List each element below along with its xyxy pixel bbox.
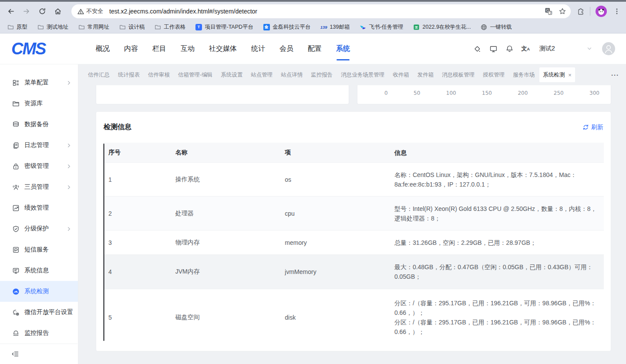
mail-139-icon: 139 bbox=[320, 23, 327, 30]
clear-cache-diamond-icon[interactable] bbox=[473, 45, 481, 53]
tab-inbox[interactable]: 收件箱 bbox=[389, 67, 413, 82]
nav-config[interactable]: 配置 bbox=[308, 42, 322, 56]
sidebar-item-resource-library[interactable]: 资源库 bbox=[0, 93, 78, 114]
browser-profile-avatar[interactable] bbox=[596, 6, 607, 17]
tab-message-template[interactable]: 消息模板管理 bbox=[438, 67, 478, 82]
detection-info-card: 检测信息 刷新 序号 名称 项 信息 1 操作系统 os 名称：CentOS L bbox=[96, 111, 611, 351]
sidebar-item-monitor-report[interactable]: 监控报告 bbox=[0, 323, 78, 344]
detection-table: 序号 名称 项 信息 1 操作系统 os 名称：CentOS Linux，架构：… bbox=[103, 143, 604, 346]
bookmark-folder[interactable]: 测试地址 bbox=[37, 23, 68, 31]
more-tabs-icon[interactable]: ··· bbox=[611, 71, 619, 79]
tab-service-market[interactable]: 服务市场 bbox=[509, 67, 538, 82]
table-scrollbar[interactable] bbox=[103, 144, 104, 341]
chart-card-right-clipped: 0 50 100 150 200 250 300 bbox=[357, 85, 611, 104]
card-header: 检测信息 刷新 bbox=[96, 112, 611, 143]
forward-icon[interactable] bbox=[23, 7, 30, 15]
users-icon bbox=[12, 184, 20, 191]
axis-tick: 250 bbox=[554, 90, 564, 96]
tab-site-management[interactable]: 站点管理 bbox=[247, 67, 276, 82]
tab-letter-summary[interactable]: 信件汇总 bbox=[84, 67, 113, 82]
svg-text:文: 文 bbox=[549, 11, 552, 14]
bookmark-globe[interactable]: 一键转载 bbox=[481, 23, 512, 31]
tab-site-details[interactable]: 站点详情 bbox=[277, 67, 306, 82]
chevron-right-icon bbox=[66, 164, 72, 169]
address-bar[interactable]: 不安全 test.x2.jeecms.com/admin/index.html#… bbox=[71, 4, 571, 18]
gauge-icon bbox=[12, 288, 20, 295]
sidebar-item-log-management[interactable]: 日志管理 bbox=[0, 135, 78, 156]
chevron-right-icon bbox=[66, 184, 72, 190]
bookmark-folder[interactable]: 工作表格 bbox=[155, 23, 186, 31]
sidebar-item-system-info[interactable]: 系统信息 bbox=[0, 260, 78, 281]
nav-system[interactable]: 系统 bbox=[336, 42, 350, 56]
reload-icon[interactable] bbox=[38, 7, 46, 15]
tapd-icon: T bbox=[195, 23, 202, 30]
bookmark-jinlei[interactable]: 金金磊科技云平台 bbox=[263, 23, 311, 31]
bookmark-folder[interactable]: 设计稿 bbox=[119, 23, 145, 31]
extensions-puzzle-icon[interactable] bbox=[577, 7, 585, 15]
tab-letter-review[interactable]: 信件审核 bbox=[145, 67, 173, 82]
col-header-info: 信息 bbox=[389, 143, 604, 162]
tab-authorization[interactable]: 授权管理 bbox=[479, 67, 508, 82]
feishu-icon bbox=[359, 23, 366, 30]
home-icon[interactable] bbox=[54, 7, 62, 15]
nav-overview[interactable]: 概况 bbox=[96, 42, 110, 56]
chevron-down-icon bbox=[586, 46, 592, 52]
bookmark-folder[interactable]: 常用网址 bbox=[78, 23, 109, 31]
folder-icon bbox=[7, 23, 14, 30]
spreadsheet-icon bbox=[413, 23, 420, 30]
tab-mailbox-edit[interactable]: 信箱管理-编辑 bbox=[175, 67, 216, 82]
current-site-name: 测试2 bbox=[539, 45, 555, 53]
folder-icon bbox=[37, 23, 44, 30]
bookmark-star-icon[interactable] bbox=[559, 7, 566, 15]
tab-system-detection[interactable]: 系统检测× bbox=[539, 67, 575, 82]
tab-outbox[interactable]: 发件箱 bbox=[414, 67, 438, 82]
sidebar-item-security-level[interactable]: 密级管理 bbox=[0, 156, 78, 177]
nav-columns[interactable]: 栏目 bbox=[152, 42, 166, 56]
site-select[interactable]: 测试2 bbox=[539, 45, 592, 53]
tab-statistics-report[interactable]: 统计报表 bbox=[114, 67, 143, 82]
table-row-cpu: 2 处理器 cpu 型号：Intel(R) Xeon(R) Gold 6133 … bbox=[103, 196, 604, 230]
bookmark-139-mail[interactable]: 139139邮箱 bbox=[320, 23, 350, 31]
browser-toolbar: 不安全 test.x2.jeecms.com/admin/index.html#… bbox=[0, 2, 626, 21]
collapse-sidebar-icon[interactable] bbox=[11, 350, 19, 358]
main-nav: 概况 内容 栏目 互动 社交媒体 统计 会员 配置 系统 bbox=[96, 42, 350, 56]
language-translate-icon[interactable]: 文A bbox=[522, 45, 530, 53]
sidebar-item-wechat-platform[interactable]: 微信开放平台设置 bbox=[0, 302, 78, 323]
sidebar-item-performance[interactable]: 绩效管理 bbox=[0, 197, 78, 218]
tab-system-settings[interactable]: 系统设置 bbox=[217, 67, 246, 82]
sidebar-item-system-detection[interactable]: 系统检测 bbox=[0, 281, 78, 302]
nav-members[interactable]: 会员 bbox=[279, 42, 293, 56]
close-tab-icon[interactable]: × bbox=[568, 72, 572, 78]
url-text[interactable]: test.x2.jeecms.com/admin/index.html#/sys… bbox=[109, 8, 538, 15]
sidebar-item-menu-config[interactable]: 菜单配置 bbox=[0, 72, 78, 93]
toolbar-separator bbox=[590, 7, 590, 16]
refresh-button[interactable]: 刷新 bbox=[582, 124, 603, 131]
cms-logo: CMS bbox=[11, 40, 68, 57]
back-icon[interactable] bbox=[7, 7, 15, 15]
chevron-right-icon bbox=[66, 80, 72, 86]
bookmark-folder[interactable]: 原型 bbox=[7, 23, 27, 31]
screen-monitor-icon[interactable] bbox=[489, 45, 498, 53]
log-doc-icon bbox=[12, 142, 20, 149]
user-avatar[interactable] bbox=[602, 42, 615, 55]
nav-interaction[interactable]: 互动 bbox=[181, 42, 195, 56]
wechat-icon bbox=[12, 309, 20, 316]
tab-monitor-report[interactable]: 监控报告 bbox=[307, 67, 336, 82]
nav-social-media[interactable]: 社交媒体 bbox=[209, 42, 237, 56]
sidebar-item-graded-protection[interactable]: 分级保护 bbox=[0, 218, 78, 239]
notification-bell-icon[interactable] bbox=[505, 45, 514, 53]
security-badge[interactable]: 不安全 bbox=[86, 7, 103, 15]
card-title: 检测信息 bbox=[104, 123, 131, 132]
bookmark-tapd[interactable]: T项目管理-TAPD平台 bbox=[195, 23, 254, 31]
bookmark-feishu[interactable]: 飞书-任务管理 bbox=[359, 23, 403, 31]
sidebar-item-sms-service[interactable]: 短信服务 bbox=[0, 239, 78, 260]
sidebar-item-data-backup[interactable]: 数据备份 bbox=[0, 114, 78, 135]
nav-content[interactable]: 内容 bbox=[124, 42, 138, 56]
bookmark-spreadsheet[interactable]: 2022.9在校学生花... bbox=[413, 23, 471, 31]
chrome-menu-icon[interactable] bbox=[613, 7, 621, 15]
nav-statistics[interactable]: 统计 bbox=[251, 42, 265, 56]
sidebar-item-three-admins[interactable]: 三员管理 bbox=[0, 177, 78, 197]
translate-page-icon[interactable]: G文 bbox=[545, 7, 552, 15]
chevron-right-icon bbox=[66, 226, 72, 232]
tab-message-scene[interactable]: 消息业务场景管理 bbox=[337, 67, 388, 82]
